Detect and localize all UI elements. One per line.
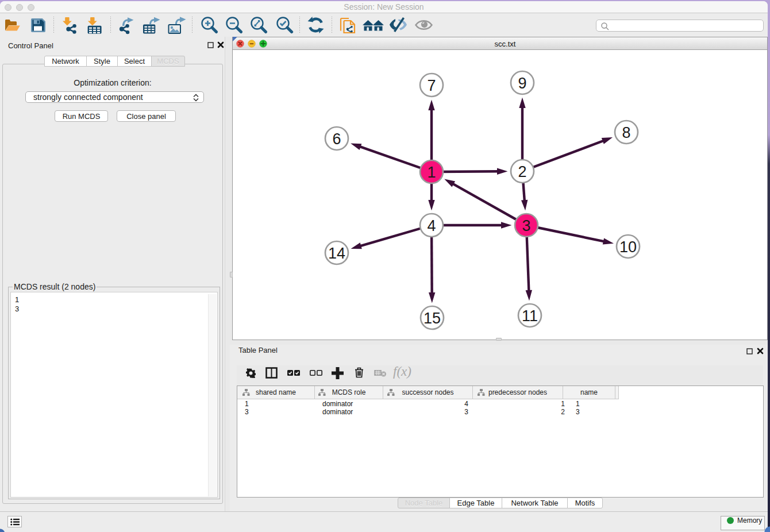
svg-text:8: 8	[622, 124, 630, 141]
svg-text:6: 6	[332, 130, 341, 148]
svg-text:1: 1	[427, 164, 436, 181]
svg-text:4: 4	[427, 217, 436, 234]
svg-text:15: 15	[424, 310, 441, 327]
svg-text:2: 2	[518, 163, 526, 180]
svg-text:11: 11	[522, 307, 538, 325]
svg-text:9: 9	[518, 75, 526, 92]
svg-text:14: 14	[328, 245, 345, 262]
svg-text:10: 10	[619, 238, 637, 256]
svg-text:3: 3	[522, 217, 530, 234]
svg-text:7: 7	[427, 77, 436, 94]
